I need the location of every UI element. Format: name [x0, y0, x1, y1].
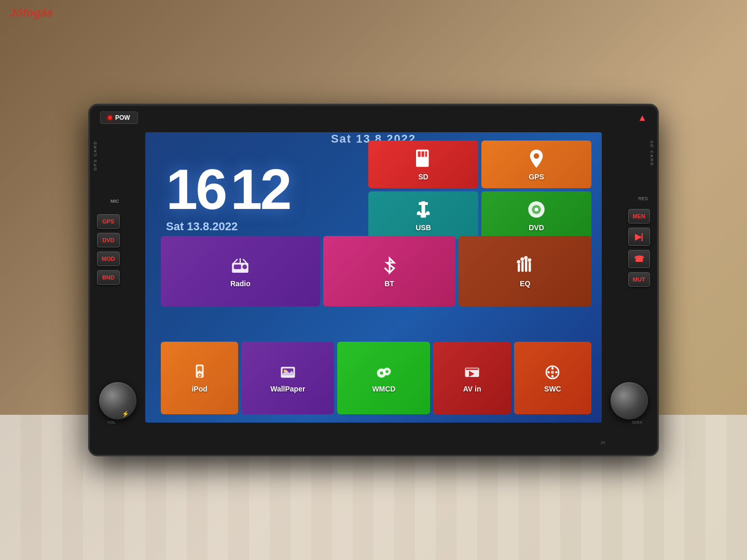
gps-tile[interactable]: GPS: [481, 141, 591, 188]
mic-label: MIC: [110, 199, 119, 204]
sd-icon: [412, 148, 434, 170]
svg-point-45: [556, 371, 558, 374]
usb-tile[interactable]: USB: [368, 191, 478, 239]
wmcd-label: WMCD: [372, 385, 395, 393]
play-button[interactable]: ▶|: [628, 228, 650, 246]
dvd-button[interactable]: DVD: [97, 233, 120, 247]
svg-point-4: [534, 153, 540, 159]
svg-rect-11: [421, 214, 426, 218]
time-section: 16 12 Sat 13.8.2022: [166, 161, 290, 233]
svg-rect-22: [521, 261, 523, 272]
swc-tile[interactable]: SWC: [514, 342, 591, 414]
svg-rect-2: [422, 151, 424, 157]
wallpaper-tile[interactable]: WallPaper: [241, 342, 334, 414]
svg-rect-3: [425, 151, 427, 157]
svg-line-20: [243, 259, 247, 263]
svg-rect-21: [518, 264, 520, 272]
gps-tile-label: GPS: [529, 173, 544, 181]
svg-rect-24: [529, 262, 531, 272]
ipod-label: iPod: [191, 385, 207, 393]
left-button-group: GPS DVD MOD BND: [97, 214, 120, 285]
top-right-app-grid: SD GPS: [368, 141, 591, 239]
radio-icon: [229, 255, 251, 276]
seek-label: SEEK: [632, 420, 643, 425]
usb-port-icon: ⚡: [122, 411, 129, 417]
main-screen: Sat 13.8.2022 16 12 Sat 13.8.2022: [145, 132, 602, 423]
gps-icon: [525, 148, 547, 170]
watermark: Jófogás: [9, 6, 53, 20]
gps-card-label: GPS CARD: [93, 141, 98, 171]
wallpaper-icon: [279, 363, 297, 382]
usb-icon: [412, 199, 434, 220]
svg-point-14: [535, 208, 538, 212]
bnd-button[interactable]: BND: [97, 270, 120, 285]
svg-point-35: [284, 370, 286, 372]
phone-button[interactable]: ☎: [628, 250, 650, 268]
volume-knob[interactable]: [99, 382, 136, 419]
svg-point-26: [520, 257, 524, 261]
sd-card-label: SD CARD: [649, 141, 654, 166]
ipod-tile[interactable]: iPod: [161, 342, 238, 414]
sd-tile[interactable]: SD: [368, 141, 478, 188]
svg-point-43: [551, 375, 554, 377]
bottom-app-row: iPod WallPaper: [161, 342, 591, 414]
page-background: Jófogás POW ▲ GPS CARD MIC SD CARD RES G…: [0, 0, 747, 560]
ipod-icon: [190, 363, 209, 382]
svg-rect-16: [234, 264, 241, 269]
time-hours: 16: [166, 161, 225, 218]
vol-label: VOL: [107, 420, 116, 425]
right-button-group: MEN ▶| ☎ MUT: [628, 209, 650, 287]
mut-button[interactable]: MUT: [628, 272, 650, 287]
svg-point-32: [199, 375, 200, 376]
svg-rect-7: [424, 202, 428, 205]
wmcd-icon: [375, 363, 393, 382]
eject-button[interactable]: ▲: [638, 113, 647, 123]
ir-label: IR: [601, 440, 605, 445]
svg-rect-6: [419, 202, 422, 205]
mod-button[interactable]: MOD: [97, 251, 120, 266]
svg-rect-23: [525, 259, 527, 272]
eq-icon: [514, 255, 536, 276]
top-bar: POW ▲: [90, 105, 657, 130]
eq-label: EQ: [520, 279, 530, 288]
pow-button[interactable]: POW: [100, 111, 138, 124]
eq-tile[interactable]: EQ: [459, 236, 591, 306]
time-minutes: 12: [230, 161, 289, 218]
svg-point-39: [385, 370, 388, 373]
svg-rect-1: [418, 151, 421, 157]
dvd-label: DVD: [529, 223, 544, 232]
bt-tile[interactable]: BT: [323, 236, 456, 306]
svg-point-44: [548, 371, 550, 374]
svg-line-18: [234, 259, 238, 263]
sd-label: SD: [418, 173, 428, 181]
middle-app-row: Radio BT: [161, 236, 591, 306]
dvd-tile[interactable]: DVD: [481, 191, 591, 239]
svg-point-17: [243, 264, 247, 269]
radio-tile[interactable]: Radio: [161, 236, 320, 306]
wallpaper-label: WallPaper: [270, 385, 305, 393]
seek-knob[interactable]: [611, 382, 648, 419]
car-stereo-unit: POW ▲ GPS CARD MIC SD CARD RES GPS DVD M…: [88, 104, 659, 456]
men-button[interactable]: MEN: [628, 209, 650, 223]
svg-point-46: [551, 371, 554, 374]
bt-icon: [379, 255, 400, 276]
avin-label: AV in: [463, 385, 481, 393]
bt-label: BT: [384, 279, 394, 288]
swc-label: SWC: [544, 385, 561, 393]
avin-icon: [463, 363, 481, 382]
date-below: Sat 13.8.2022: [166, 220, 290, 233]
avin-tile[interactable]: AV in: [433, 342, 510, 414]
svg-point-28: [528, 258, 531, 262]
svg-point-27: [524, 256, 528, 260]
svg-point-37: [380, 372, 383, 375]
svg-point-25: [517, 260, 520, 264]
swc-icon: [543, 363, 562, 382]
radio-label: Radio: [230, 279, 251, 288]
wmcd-tile[interactable]: WMCD: [337, 342, 430, 414]
power-indicator: [108, 116, 112, 120]
usb-label: USB: [416, 223, 431, 232]
dvd-icon: [525, 199, 547, 220]
res-label: RES: [638, 196, 648, 201]
gps-button[interactable]: GPS: [97, 214, 120, 229]
